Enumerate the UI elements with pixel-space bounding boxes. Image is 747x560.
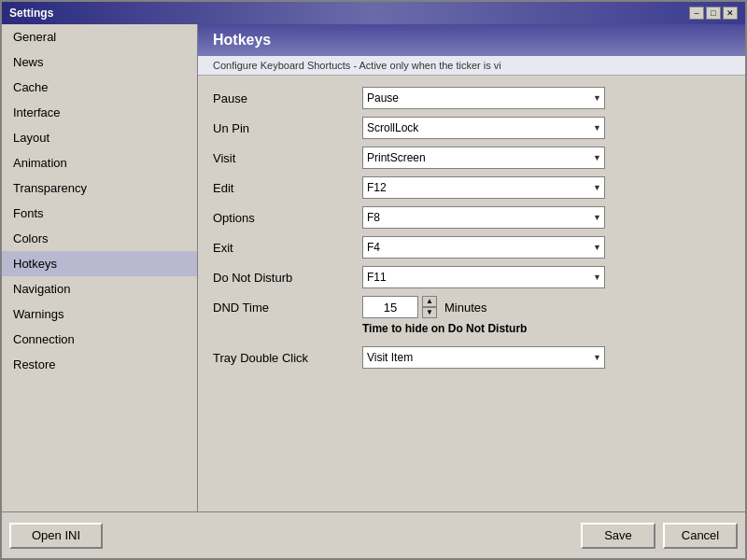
window-title: Settings xyxy=(9,7,53,20)
spinner-buttons: ▲ ▼ xyxy=(422,296,437,318)
minutes-label: Minutes xyxy=(444,301,487,315)
form-row-exit: ExitPauseScrollLockPrintScreenF1F2F3F4F5… xyxy=(213,236,730,259)
titlebar: Settings – □ ✕ xyxy=(2,2,745,24)
sidebar-item-warnings[interactable]: Warnings xyxy=(2,301,197,327)
cancel-button[interactable]: Cancel xyxy=(663,523,738,549)
select-wrapper-options: PauseScrollLockPrintScreenF1F2F3F4F5F6F7… xyxy=(362,206,605,229)
select-wrapper-donotdisturb: PauseScrollLockPrintScreenF1F2F3F4F5F6F7… xyxy=(362,266,605,288)
select-wrapper-visit: PauseScrollLockPrintScreenF1F2F3F4F5F6F7… xyxy=(362,147,605,169)
sidebar-item-fonts[interactable]: Fonts xyxy=(2,201,197,226)
form-row-donotdisturb: Do Not DisturbPauseScrollLockPrintScreen… xyxy=(213,266,730,288)
label-donotdisturb: Do Not Disturb xyxy=(213,271,362,285)
select-options[interactable]: PauseScrollLockPrintScreenF1F2F3F4F5F6F7… xyxy=(362,206,605,229)
sidebar-item-restore[interactable]: Restore xyxy=(2,352,197,377)
select-wrapper-pause: PauseScrollLockPrintScreenF1F2F3F4F5F6F7… xyxy=(362,87,605,109)
tray-double-click-select[interactable]: Visit Item Open Settings None xyxy=(362,346,605,369)
content-area: Hotkeys Configure Keyboard Shortucts - A… xyxy=(198,24,745,511)
form-row-options: OptionsPauseScrollLockPrintScreenF1F2F3F… xyxy=(213,206,730,229)
footer-right: Save Cancel xyxy=(581,523,738,549)
sidebar-item-layout[interactable]: Layout xyxy=(2,125,197,150)
dnd-time-label: DND Time xyxy=(213,301,362,315)
dnd-hint: Time to hide on Do Not Disturb xyxy=(362,322,730,335)
sidebar-item-hotkeys[interactable]: Hotkeys xyxy=(2,251,197,276)
select-unpin[interactable]: PauseScrollLockPrintScreenF1F2F3F4F5F6F7… xyxy=(362,117,605,139)
tray-double-click-label: Tray Double Click xyxy=(213,351,362,365)
sidebar-item-navigation[interactable]: Navigation xyxy=(2,276,197,301)
footer-left: Open INI xyxy=(9,523,103,549)
open-ini-button[interactable]: Open INI xyxy=(9,523,103,549)
spinner-down-button[interactable]: ▼ xyxy=(422,307,437,318)
sidebar-item-transparency[interactable]: Transparency xyxy=(2,175,197,201)
select-exit[interactable]: PauseScrollLockPrintScreenF1F2F3F4F5F6F7… xyxy=(362,236,605,259)
select-wrapper-exit: PauseScrollLockPrintScreenF1F2F3F4F5F6F7… xyxy=(362,236,605,259)
titlebar-buttons: – □ ✕ xyxy=(689,7,738,20)
form-row-edit: EditPauseScrollLockPrintScreenF1F2F3F4F5… xyxy=(213,176,730,199)
form-area: PausePauseScrollLockPrintScreenF1F2F3F4F… xyxy=(198,76,745,511)
sidebar-item-colors[interactable]: Colors xyxy=(2,226,197,251)
close-button[interactable]: ✕ xyxy=(723,7,738,20)
label-edit: Edit xyxy=(213,181,362,195)
sidebar-item-interface[interactable]: Interface xyxy=(2,100,197,125)
content-title: Hotkeys xyxy=(213,32,271,48)
form-row-unpin: Un PinPauseScrollLockPrintScreenF1F2F3F4… xyxy=(213,117,730,139)
subtitle-text: Configure Keyboard Shortucts - Active on… xyxy=(213,60,501,71)
dnd-time-row: DND Time ▲ ▼ Minutes xyxy=(213,296,730,318)
form-row-pause: PausePauseScrollLockPrintScreenF1F2F3F4F… xyxy=(213,87,730,109)
label-visit: Visit xyxy=(213,151,362,165)
minimize-button[interactable]: – xyxy=(689,7,704,20)
select-pause[interactable]: PauseScrollLockPrintScreenF1F2F3F4F5F6F7… xyxy=(362,87,605,109)
maximize-button[interactable]: □ xyxy=(706,7,721,20)
label-options: Options xyxy=(213,211,362,225)
select-wrapper-unpin: PauseScrollLockPrintScreenF1F2F3F4F5F6F7… xyxy=(362,117,605,139)
select-wrapper-edit: PauseScrollLockPrintScreenF1F2F3F4F5F6F7… xyxy=(362,176,605,199)
sidebar: GeneralNewsCacheInterfaceLayoutAnimation… xyxy=(2,24,198,511)
sidebar-item-general[interactable]: General xyxy=(2,24,197,49)
sidebar-item-news[interactable]: News xyxy=(2,49,197,75)
settings-window: Settings – □ ✕ GeneralNewsCacheInterface… xyxy=(0,0,747,560)
label-pause: Pause xyxy=(213,91,362,105)
label-exit: Exit xyxy=(213,241,362,255)
tray-double-click-row: Tray Double Click Visit Item Open Settin… xyxy=(213,346,730,369)
footer: Open INI Save Cancel xyxy=(2,511,745,558)
sidebar-item-connection[interactable]: Connection xyxy=(2,327,197,352)
spinner-up-button[interactable]: ▲ xyxy=(422,296,437,307)
select-donotdisturb[interactable]: PauseScrollLockPrintScreenF1F2F3F4F5F6F7… xyxy=(362,266,605,288)
content-subheader: Configure Keyboard Shortucts - Active on… xyxy=(198,56,745,76)
select-edit[interactable]: PauseScrollLockPrintScreenF1F2F3F4F5F6F7… xyxy=(362,176,605,199)
sidebar-item-animation[interactable]: Animation xyxy=(2,150,197,175)
save-button[interactable]: Save xyxy=(581,523,655,549)
tray-select-wrapper: Visit Item Open Settings None xyxy=(362,346,605,369)
form-row-visit: VisitPauseScrollLockPrintScreenF1F2F3F4F… xyxy=(213,147,730,169)
sidebar-item-cache[interactable]: Cache xyxy=(2,75,197,100)
content-header: Hotkeys xyxy=(198,24,745,56)
main-content: GeneralNewsCacheInterfaceLayoutAnimation… xyxy=(2,24,745,511)
dnd-time-input[interactable] xyxy=(362,296,418,318)
label-unpin: Un Pin xyxy=(213,121,362,135)
spinner-wrapper: ▲ ▼ Minutes xyxy=(362,296,487,318)
select-visit[interactable]: PauseScrollLockPrintScreenF1F2F3F4F5F6F7… xyxy=(362,147,605,169)
